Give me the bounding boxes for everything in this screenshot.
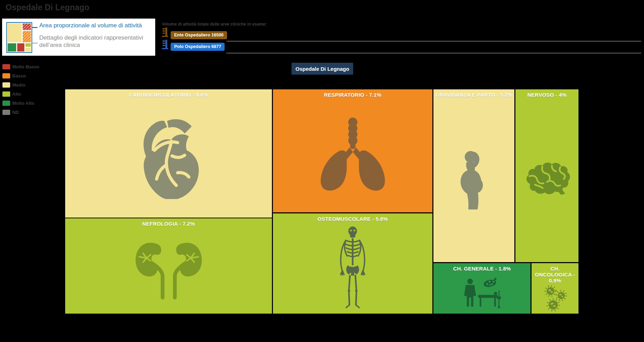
legend-swatch [2, 110, 10, 115]
legend-label: Alto [12, 91, 21, 97]
legend-swatch [2, 101, 10, 106]
hospital-selector-button[interactable]: Ospedale Di Legnago [292, 63, 353, 75]
info-panel-line2: Dettaglio degli indicatori rappresentati… [39, 34, 155, 49]
ente-ospedaliero-badge[interactable]: Ente Ospedaliero 16500 [171, 31, 227, 39]
lungs-icon [311, 116, 395, 194]
legend-label: Molto Basso [12, 64, 39, 69]
tile-label: CARDIOCIRCOLATORIO - 9.6% [65, 89, 272, 98]
page-title: Ospedale Di Legnago [6, 3, 89, 12]
treemap-legend-icon [6, 22, 32, 53]
legend-swatch [2, 64, 10, 69]
connector-line [32, 27, 37, 28]
connector-line [32, 43, 37, 43]
legend-swatch [2, 91, 10, 97]
legend-swatch [2, 73, 10, 78]
kidneys-icon [133, 240, 205, 301]
row-divider [226, 53, 641, 53]
legend-label: Molto Alto [12, 101, 34, 106]
volume-section-label: Volume di attività totale delle aree cli… [162, 22, 267, 27]
legend-label: ND [12, 110, 19, 115]
row-divider [226, 41, 641, 41]
treemap-tile-gravidanza-e-parto[interactable]: GRAVIDANZA E PARTO - 5.2% [433, 89, 514, 262]
cancer-cells-icon [541, 284, 569, 313]
info-panel-line1: Area proporzionale al volume di attività [39, 22, 142, 29]
tile-label: CH. GENERALE - 1.8% [433, 263, 530, 272]
tile-label: OSTEOMUSCOLARE - 5.8% [273, 213, 432, 222]
tile-label: NERVOSO - 4% [515, 89, 578, 98]
info-panel: Area proporzionale al volume di attività… [2, 19, 155, 56]
legend-item-alto: Alto [2, 91, 62, 101]
treemap-tile-ch-oncologica[interactable]: CH. ONCOLOGICA - 0.9% [532, 263, 578, 314]
skeleton-icon [336, 226, 369, 310]
tile-label: CH. ONCOLOGICA - 0.9% [532, 263, 578, 283]
legend-label: Medio [12, 82, 26, 88]
heart-icon [133, 117, 204, 199]
treemap-tile-ch-generale[interactable]: CH. GENERALE - 1.8% [433, 263, 530, 314]
legend-item-basso: Basso [2, 73, 62, 82]
legend-swatch [2, 82, 10, 88]
legend-label: Basso [12, 73, 26, 78]
legend-item-molto-alto: Molto Alto [2, 101, 62, 110]
hospital-building-icon [162, 40, 168, 49]
tile-label: GRAVIDANZA E PARTO - 5.2% [433, 89, 514, 98]
legend-item-medio: Medio [2, 82, 62, 91]
treemap-tile-cardiocircolatorio[interactable]: CARDIOCIRCOLATORIO - 9.6% [65, 89, 272, 218]
legend-item-nd: ND [2, 110, 62, 119]
brain-icon [522, 161, 571, 199]
treemap-tile-osteomuscolare[interactable]: OSTEOMUSCOLARE - 5.8% [273, 213, 432, 314]
treemap-tile-nervoso[interactable]: NERVOSO - 4% [515, 89, 578, 262]
treemap-tile-nefrologia[interactable]: NEFROLOGIA - 7.2% [65, 218, 272, 314]
pregnant-woman-icon [457, 149, 492, 211]
legend-item-molto-basso: Molto Basso [2, 64, 62, 73]
hospital-building-icon [162, 27, 168, 37]
treemap-tile-respiratorio[interactable]: RESPIRATORIO - 7.1% [273, 89, 432, 212]
surgery-icon [461, 276, 503, 309]
tile-label: RESPIRATORIO - 7.1% [273, 89, 432, 98]
polo-ospedaliero-badge[interactable]: Polo Ospedaliero 6877 [171, 43, 225, 51]
tile-label: NEFROLOGIA - 7.2% [65, 218, 272, 227]
